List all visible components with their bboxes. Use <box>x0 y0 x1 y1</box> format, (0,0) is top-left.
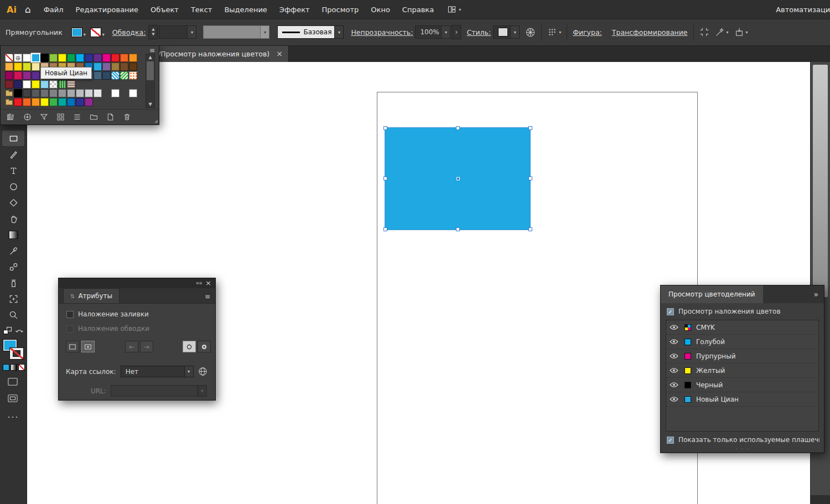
delete-swatch-icon[interactable] <box>122 112 132 122</box>
scroll-thumb[interactable] <box>147 61 154 80</box>
separation-row[interactable]: Желтый <box>666 363 818 378</box>
swap-fill-stroke-icon[interactable] <box>15 326 24 334</box>
swatch[interactable] <box>85 89 93 97</box>
swatch[interactable] <box>67 89 75 97</box>
swatch[interactable] <box>102 54 111 62</box>
shape-link[interactable]: Фигура: <box>573 28 602 37</box>
swatch[interactable] <box>85 98 93 106</box>
swatch[interactable] <box>32 89 40 97</box>
stroke-weight-stepper[interactable]: ▲▼ <box>148 25 158 39</box>
symbol-sprayer-tool[interactable] <box>2 275 24 290</box>
swatch[interactable] <box>14 63 22 71</box>
swatch[interactable] <box>23 80 31 89</box>
select-similar-icon[interactable]: ▾ <box>715 27 729 37</box>
swatch[interactable] <box>32 98 40 106</box>
color-group-folder-icon[interactable] <box>5 89 13 97</box>
swatch[interactable] <box>94 71 102 80</box>
swatch[interactable] <box>111 89 120 97</box>
swatch[interactable] <box>32 63 40 71</box>
isolate-object-icon[interactable]: ▾ <box>734 27 748 37</box>
overprint-fill-checkbox[interactable] <box>66 311 74 318</box>
tab-close-icon[interactable]: × <box>276 49 283 58</box>
swatch[interactable] <box>49 54 58 62</box>
collapse-panel-icon[interactable]: «« <box>196 279 202 287</box>
tab-attributes[interactable]: ⇅ Атрибуты <box>63 288 120 303</box>
paintbrush-tool[interactable] <box>2 147 24 162</box>
screen-mode-icon[interactable] <box>7 393 19 403</box>
style-link[interactable]: Стиль: <box>466 28 491 37</box>
selected-swatch[interactable] <box>32 54 40 62</box>
ellipse-tool[interactable] <box>2 179 24 194</box>
scroll-up-icon[interactable]: ▲ <box>146 55 154 60</box>
stroke-color-button[interactable]: ▾ <box>90 28 105 37</box>
evenodd-fill-rule-button[interactable] <box>198 341 211 352</box>
swatch[interactable] <box>58 89 66 97</box>
grid-view-icon[interactable] <box>56 112 65 122</box>
selection-handle[interactable] <box>528 126 532 130</box>
swatch[interactable] <box>85 54 93 62</box>
swatch[interactable] <box>67 98 75 106</box>
close-panel-icon[interactable]: × <box>205 279 211 287</box>
swatch[interactable] <box>111 63 120 71</box>
menu-item[interactable]: Объект <box>144 6 185 14</box>
menu-item[interactable]: Выделение <box>218 6 273 14</box>
separation-row[interactable]: Пурпурный <box>666 349 818 363</box>
type-tool[interactable] <box>2 163 24 178</box>
brush-definition-dropdown[interactable]: Базовая ▾ <box>277 25 344 39</box>
swatch[interactable] <box>129 54 137 62</box>
visibility-eye-icon[interactable] <box>670 382 679 388</box>
registration-swatch[interactable] <box>14 54 22 62</box>
pattern-swatch[interactable] <box>67 80 75 89</box>
panel-resize-grip[interactable]: ◢ <box>154 118 158 123</box>
visibility-eye-icon[interactable] <box>670 367 679 373</box>
panel-resize-grip[interactable]: · · · <box>736 446 749 452</box>
hide-center-button[interactable] <box>66 341 79 352</box>
selection-handle[interactable] <box>383 176 387 180</box>
swatch[interactable] <box>102 71 111 80</box>
swatch[interactable] <box>94 63 102 71</box>
selection-handle[interactable] <box>528 176 532 180</box>
swatch[interactable] <box>94 89 102 97</box>
swatch[interactable] <box>76 89 84 97</box>
panel-menu-icon[interactable]: ≡ <box>149 46 155 54</box>
swatch[interactable] <box>129 89 137 97</box>
gradient-tool[interactable] <box>2 227 24 242</box>
color-group-folder-icon[interactable] <box>5 98 13 106</box>
panel-menu-icon[interactable]: ≡ <box>205 293 210 300</box>
artboard-tool[interactable] <box>2 291 24 306</box>
selection-handle[interactable] <box>383 227 387 231</box>
swatch[interactable] <box>94 54 102 62</box>
edit-toolbar-icon[interactable]: ··· <box>0 413 27 423</box>
stroke-panel-link[interactable]: Обводка: <box>112 28 146 37</box>
swatch-kinds-icon[interactable] <box>39 112 49 122</box>
selection-handle[interactable] <box>456 227 460 231</box>
swatch-libraries-icon[interactable] <box>6 112 15 122</box>
eyedropper-tool[interactable] <box>2 243 24 258</box>
menu-item[interactable]: Просмотр <box>316 6 365 14</box>
swatch[interactable] <box>14 98 22 106</box>
collapse-panel-icon[interactable]: » <box>813 285 818 303</box>
pattern-swatch[interactable] <box>129 71 137 80</box>
swatch[interactable] <box>14 89 22 97</box>
app-logo[interactable]: Ai <box>0 4 23 15</box>
graphic-style-dropdown[interactable]: ▾ <box>493 25 520 39</box>
selection-center-point[interactable] <box>456 177 460 180</box>
show-center-button[interactable] <box>81 341 95 352</box>
swatch[interactable] <box>76 98 84 106</box>
home-icon[interactable]: ⌂ <box>23 4 38 15</box>
swatch[interactable] <box>40 89 49 97</box>
swatch[interactable] <box>120 63 128 71</box>
rectangle-tool[interactable] <box>2 131 24 146</box>
fill-color-button[interactable]: ▾ <box>71 28 86 37</box>
swatch[interactable] <box>111 54 120 62</box>
swatch[interactable] <box>23 89 31 97</box>
swatch[interactable] <box>49 80 58 89</box>
swatch[interactable] <box>23 71 31 80</box>
pattern-swatch[interactable] <box>111 71 120 80</box>
browser-globe-icon[interactable] <box>198 367 208 376</box>
scroll-down-icon[interactable]: ▼ <box>146 102 154 107</box>
menu-item[interactable]: Файл <box>38 6 70 14</box>
nonzero-fill-rule-button[interactable] <box>183 341 196 352</box>
stroke-chip[interactable] <box>9 347 24 360</box>
menu-item[interactable]: Текст <box>185 6 219 14</box>
